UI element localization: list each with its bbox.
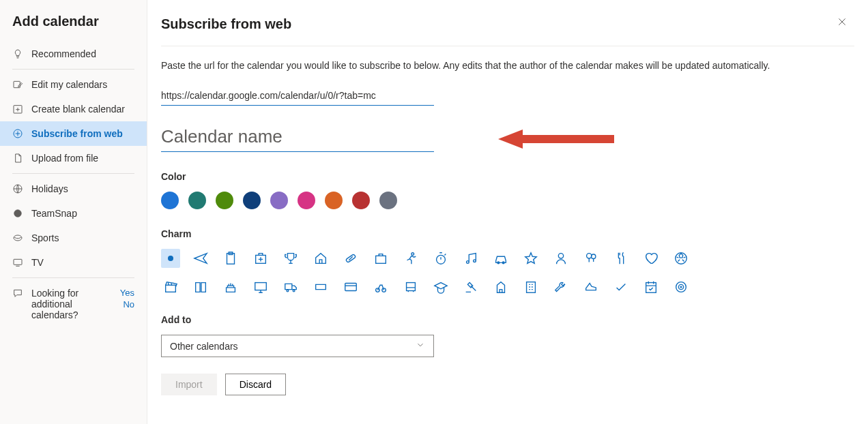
charm-clipboard-icon[interactable] (221, 249, 240, 268)
sidebar-item-holidays[interactable]: Holidays (0, 177, 147, 201)
color-swatch-red[interactable] (352, 192, 370, 209)
sidebar-item-edit-calendars[interactable]: Edit my calendars (0, 72, 147, 97)
charm-bus-icon[interactable] (401, 277, 420, 297)
svg-point-28 (376, 288, 380, 292)
discard-button[interactable]: Discard (225, 374, 286, 395)
url-input[interactable] (161, 87, 434, 106)
calendar-name-input[interactable] (161, 123, 434, 152)
charm-car-icon[interactable] (491, 249, 510, 268)
sidebar-title: Add calendar (0, 14, 147, 42)
charm-book-icon[interactable] (191, 277, 210, 297)
color-swatch-blue[interactable] (161, 192, 179, 209)
charm-cake-icon[interactable] (221, 277, 240, 297)
sidebar-item-looking-for-more: Looking for additional calendars? Yes No (0, 281, 147, 327)
charm-checkmark-icon[interactable] (611, 277, 631, 297)
sidebar-item-tv[interactable]: TV (0, 250, 147, 275)
sidebar-item-teamsnap[interactable]: TeamSnap (0, 201, 147, 226)
charm-gavel-icon[interactable] (461, 277, 480, 297)
svg-rect-6 (14, 259, 22, 264)
svg-point-16 (474, 260, 476, 262)
svg-point-25 (287, 290, 289, 292)
charm-heart-icon[interactable] (641, 249, 661, 268)
looking-no-link[interactable]: No (123, 299, 134, 309)
charm-trophy-icon[interactable] (281, 249, 300, 268)
svg-rect-32 (646, 283, 656, 293)
color-swatch-purple[interactable] (270, 192, 288, 209)
color-swatch-pink[interactable] (298, 192, 315, 209)
charm-wrench-icon[interactable] (551, 277, 570, 297)
sidebar-item-label: Sports (31, 232, 59, 243)
chevron-down-icon (416, 340, 425, 352)
sidebar-item-label: Subscribe from web (31, 128, 123, 139)
sidebar-item-label: TV (31, 257, 44, 268)
bulb-icon (12, 48, 23, 59)
charm-running-icon[interactable] (401, 249, 420, 268)
sidebar-item-sports[interactable]: Sports (0, 226, 147, 250)
charm-target-icon[interactable] (671, 277, 691, 297)
edit-calendar-icon (12, 79, 23, 90)
svg-rect-30 (407, 283, 416, 291)
sidebar-item-label: Holidays (31, 183, 68, 194)
charm-truck-icon[interactable] (281, 277, 300, 297)
color-swatch-navy[interactable] (243, 192, 261, 209)
charm-briefcase-icon[interactable] (371, 249, 390, 268)
import-button: Import (161, 374, 217, 395)
add-to-dropdown[interactable]: Other calendars (161, 335, 434, 357)
main-pane: Subscribe from web Paste the url for the… (147, 0, 868, 424)
svg-marker-7 (498, 130, 614, 149)
sidebar-item-label: Upload from file (31, 153, 98, 164)
svg-point-22 (676, 253, 687, 264)
charm-ticket-icon[interactable] (311, 277, 330, 297)
svg-point-20 (587, 254, 592, 258)
color-swatch-orange[interactable] (325, 192, 343, 209)
charm-label: Charm (161, 228, 854, 239)
charm-dot-icon[interactable] (161, 249, 180, 268)
charm-monitor-icon[interactable] (251, 277, 270, 297)
color-swatches (161, 192, 854, 209)
color-swatch-teal[interactable] (188, 192, 206, 209)
sidebar-item-subscribe-web[interactable]: Subscribe from web (0, 121, 147, 146)
color-swatch-green[interactable] (216, 192, 233, 209)
charm-fork-icon[interactable] (611, 249, 631, 268)
svg-point-15 (467, 261, 469, 264)
description-text: Paste the url for the calendar you would… (161, 60, 854, 71)
sidebar-item-label: Edit my calendars (31, 79, 107, 90)
annotation-arrow (498, 127, 614, 153)
charm-creditcard-icon[interactable] (341, 277, 360, 297)
charm-home-icon[interactable] (311, 249, 330, 268)
charm-stopwatch-icon[interactable] (431, 249, 450, 268)
charm-building-icon[interactable] (491, 277, 510, 297)
charm-shoe-icon[interactable] (581, 277, 601, 297)
charm-calendar-icon[interactable] (641, 277, 661, 297)
tv-icon (12, 257, 23, 268)
charm-pill-icon[interactable] (341, 249, 360, 268)
plus-calendar-icon (12, 104, 23, 115)
svg-point-13 (411, 253, 414, 256)
add-to-value: Other calendars (170, 341, 238, 352)
close-button[interactable] (837, 16, 853, 33)
svg-rect-31 (527, 282, 536, 293)
svg-rect-27 (345, 284, 357, 291)
charm-person-icon[interactable] (551, 249, 570, 268)
sidebar-item-recommended[interactable]: Recommended (0, 42, 147, 66)
looking-text: Looking for additional calendars? (31, 288, 112, 320)
charm-gradcap-icon[interactable] (431, 277, 450, 297)
charm-apartment-icon[interactable] (521, 277, 540, 297)
color-swatch-gray[interactable] (379, 192, 397, 209)
sidebar-item-upload-file[interactable]: Upload from file (0, 146, 147, 170)
charm-music-icon[interactable] (461, 249, 480, 268)
looking-yes-link[interactable]: Yes (120, 288, 134, 298)
svg-point-26 (293, 290, 295, 292)
charm-balloons-icon[interactable] (581, 249, 601, 268)
svg-rect-23 (166, 285, 176, 292)
charm-airplane-icon[interactable] (191, 249, 210, 268)
charm-bicycle-icon[interactable] (371, 277, 390, 297)
sidebar-item-create-blank[interactable]: Create blank calendar (0, 97, 147, 121)
charm-grid (161, 249, 693, 297)
teamsnap-icon (12, 208, 23, 219)
svg-rect-12 (376, 256, 386, 263)
charm-firstaid-icon[interactable] (251, 249, 270, 268)
charm-star-icon[interactable] (521, 249, 540, 268)
charm-clapboard-icon[interactable] (161, 277, 180, 297)
charm-soccer-icon[interactable] (671, 249, 691, 268)
